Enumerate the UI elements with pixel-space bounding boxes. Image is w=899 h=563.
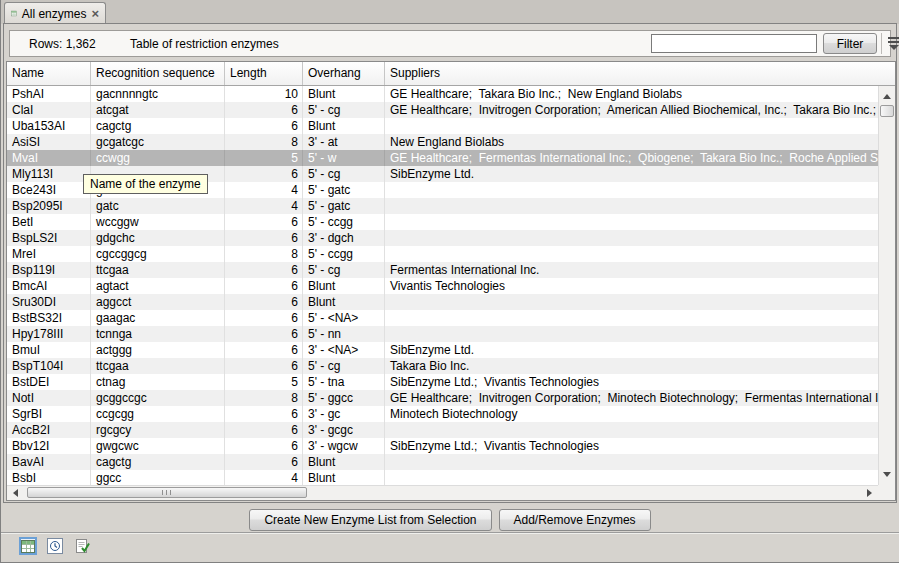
column-header-suppliers[interactable]: Suppliers	[385, 62, 895, 85]
cell-recognition-sequence: gcgatcgc	[91, 134, 225, 150]
scroll-up-icon[interactable]	[883, 94, 891, 99]
cell-length: 6	[225, 422, 303, 438]
table-row[interactable]: BmcAI agtact 6 Blunt Vivantis Technologi…	[7, 278, 878, 294]
table-row[interactable]: ClaI atcgat 6 5' - cg GE Healthcare; Inv…	[7, 102, 878, 118]
action-button-row: Create New Enzyme List from Selection Ad…	[1, 509, 899, 531]
cell-overhang: Blunt	[303, 118, 385, 134]
cell-overhang: 3' - <NA>	[303, 342, 385, 358]
column-header-name[interactable]: Name	[7, 62, 91, 85]
table-row[interactable]: AccB2I rgcgcy 6 3' - gcgc	[7, 422, 878, 438]
table-row[interactable]: SgrBI ccgcgg 6 3' - gc Minotech Biotechn…	[7, 406, 878, 422]
table-row[interactable]: Bbv12I gwgcwc 6 3' - wgcw SibEnzyme Ltd.…	[7, 438, 878, 454]
cell-recognition-sequence: gdgchc	[91, 230, 225, 246]
table-row[interactable]: Uba153AI cagctg 6 Blunt	[7, 118, 878, 134]
cell-overhang: 5' - cg	[303, 262, 385, 278]
cell-name: Mly113I	[7, 166, 91, 182]
cell-overhang: 5' - cg	[303, 166, 385, 182]
cell-overhang: 5' - nn	[303, 326, 385, 342]
column-header-recognition-sequence[interactable]: Recognition sequence	[91, 62, 225, 85]
cell-overhang: 5' - cg	[303, 102, 385, 118]
cell-overhang: 5' - ccgg	[303, 214, 385, 230]
tab-close-icon[interactable]: ×	[91, 8, 99, 20]
cell-name: BspT104I	[7, 358, 91, 374]
statusbar-separator	[1, 532, 899, 534]
column-header-length[interactable]: Length	[225, 62, 303, 85]
add-remove-enzymes-button[interactable]: Add/Remove Enzymes	[499, 509, 651, 531]
table-row[interactable]: Hpy178III tcnnga 6 5' - nn	[7, 326, 878, 342]
scroll-left-icon[interactable]	[13, 489, 18, 497]
column-header-overhang[interactable]: Overhang	[303, 62, 385, 85]
cell-recognition-sequence: actggg	[91, 342, 225, 358]
cell-name: BstDEI	[7, 374, 91, 390]
cell-length: 6	[225, 454, 303, 470]
cell-length: 5	[225, 150, 303, 166]
table-row[interactable]: BstDEI ctnag 5 5' - tna SibEnzyme Ltd.; …	[7, 374, 878, 390]
table-row[interactable]: BavAI cagctg 6 Blunt	[7, 454, 878, 470]
cell-overhang: 3' - gcgc	[303, 422, 385, 438]
cell-overhang: Blunt	[303, 294, 385, 310]
cell-length: 5	[225, 374, 303, 390]
history-view-icon[interactable]	[46, 537, 64, 555]
vertical-scroll-thumb[interactable]	[880, 105, 894, 117]
cell-name: NotI	[7, 390, 91, 406]
cell-suppliers: SibEnzyme Ltd.	[385, 166, 878, 182]
cell-overhang: Blunt	[303, 86, 385, 102]
cell-name: MvaI	[7, 150, 91, 166]
cell-suppliers: SibEnzyme Ltd.; Vivantis Technologies	[385, 374, 878, 390]
table-row[interactable]: MvaI ccwgg 5 5' - w GE Healthcare; Ferme…	[7, 150, 878, 166]
cell-length: 6	[225, 294, 303, 310]
filter-input[interactable]	[651, 34, 817, 53]
horizontal-scrollbar[interactable]	[7, 485, 878, 500]
cell-suppliers	[385, 470, 878, 485]
table-row[interactable]: Bsp2095I gatc 4 5' - gatc	[7, 198, 878, 214]
table-row[interactable]: AsiSI gcgatcgc 8 3' - at New England Bio…	[7, 134, 878, 150]
cell-name: BstBS32I	[7, 310, 91, 326]
table-row[interactable]: PshAI gacnnnngtc 10 Blunt GE Healthcare;…	[7, 86, 878, 102]
table-row[interactable]: BmuI actggg 6 3' - <NA> SibEnzyme Ltd.	[7, 342, 878, 358]
cell-length: 4	[225, 198, 303, 214]
cell-suppliers: Takara Bio Inc.	[385, 358, 878, 374]
cell-length: 10	[225, 86, 303, 102]
table-row[interactable]: Bsp119I ttcgaa 6 5' - cg Fermentas Inter…	[7, 262, 878, 278]
filter-button[interactable]: Filter	[823, 33, 877, 54]
table-view-icon[interactable]	[19, 537, 37, 555]
table-row[interactable]: BstBS32I gaagac 6 5' - <NA>	[7, 310, 878, 326]
cell-length: 6	[225, 326, 303, 342]
cell-name: MreI	[7, 246, 91, 262]
cell-recognition-sequence: ggcc	[91, 470, 225, 485]
cell-name: BmuI	[7, 342, 91, 358]
cell-recognition-sequence: tcnnga	[91, 326, 225, 342]
cell-name: Uba153AI	[7, 118, 91, 134]
cell-suppliers: New England Biolabs	[385, 134, 878, 150]
filter-lines-dropdown-icon[interactable]	[886, 37, 899, 51]
cell-recognition-sequence: gatc	[91, 198, 225, 214]
tab-all-enzymes[interactable]: All enzymes ×	[4, 2, 106, 24]
create-enzyme-list-button[interactable]: Create New Enzyme List from Selection	[249, 509, 491, 531]
cell-suppliers: GE Healthcare; Fermentas International I…	[385, 150, 878, 166]
cell-length: 8	[225, 390, 303, 406]
scroll-down-icon[interactable]	[883, 472, 891, 477]
table-row[interactable]: BspT104I ttcgaa 6 5' - cg Takara Bio Inc…	[7, 358, 878, 374]
cell-name: Hpy178III	[7, 326, 91, 342]
cell-length: 6	[225, 166, 303, 182]
vertical-scrollbar[interactable]	[878, 86, 895, 485]
table-row[interactable]: MreI cgccggcg 8 5' - ccgg	[7, 246, 878, 262]
cell-name: AccB2I	[7, 422, 91, 438]
table-row[interactable]: Sru30DI aggcct 6 Blunt	[7, 294, 878, 310]
table-row[interactable]: NotI gcggccgc 8 5' - ggcc GE Healthcare;…	[7, 390, 878, 406]
table-row[interactable]: BsbI ggcc 4 Blunt	[7, 470, 878, 485]
table-body: PshAI gacnnnngtc 10 Blunt GE Healthcare;…	[7, 86, 878, 485]
horizontal-scroll-thumb[interactable]	[27, 487, 307, 498]
cell-overhang: 5' - ggcc	[303, 390, 385, 406]
cell-recognition-sequence: gacnnnngtc	[91, 86, 225, 102]
table-row[interactable]: BspLS2I gdgchc 6 3' - dgch	[7, 230, 878, 246]
cell-suppliers	[385, 454, 878, 470]
scroll-right-icon[interactable]	[867, 489, 872, 497]
cell-recognition-sequence: cagctg	[91, 454, 225, 470]
cell-length: 6	[225, 278, 303, 294]
cell-overhang: 5' - <NA>	[303, 310, 385, 326]
table-row[interactable]: BetI wccggw 6 5' - ccgg	[7, 214, 878, 230]
element-info-view-icon[interactable]	[73, 537, 91, 555]
cell-name: BavAI	[7, 454, 91, 470]
tab-bar: All enzymes ×	[1, 0, 899, 24]
